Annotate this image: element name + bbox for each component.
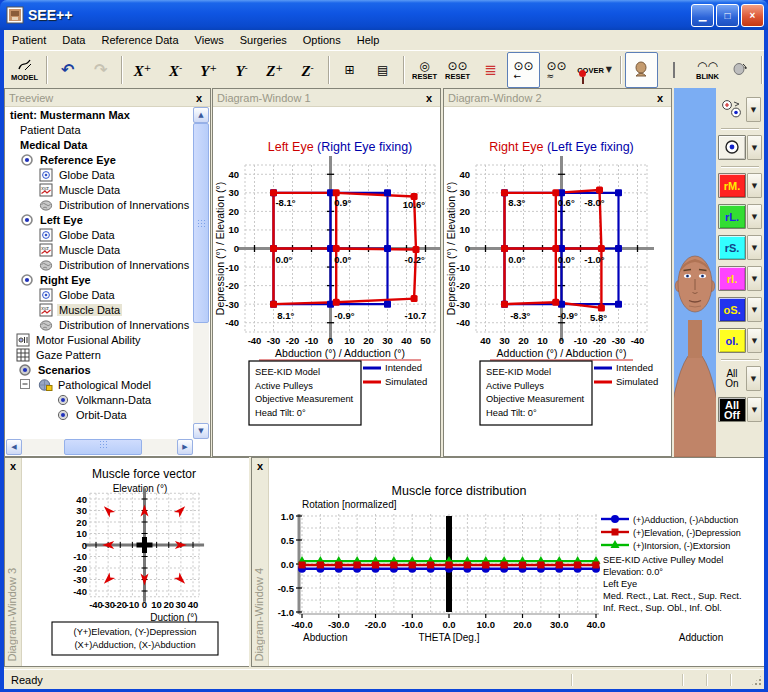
maximize-button[interactable]: □: [716, 4, 739, 27]
eye-target-dropdown-icon[interactable]: ▼: [747, 135, 762, 160]
tree-item-scenarios[interactable]: Scenarios: [6, 362, 193, 377]
tree-item-globe-data[interactable]: Globe Data: [6, 227, 193, 242]
transparency-button[interactable]: [658, 52, 691, 88]
tree-item-muscle-data[interactable]: xyzMuscle Data: [6, 242, 193, 257]
tree-item-muscle-data[interactable]: xyzMuscle Data: [6, 302, 193, 317]
reset-camera-button[interactable]: ◎RESET: [408, 52, 441, 88]
scroll-thumb[interactable]: [64, 439, 142, 455]
model-icon: [17, 58, 33, 73]
gaze-scheme-button[interactable]: [719, 98, 745, 121]
all-on-dropdown-icon[interactable]: ▼: [746, 366, 761, 391]
scroll-thumb[interactable]: [193, 123, 209, 323]
print-button[interactable]: ▤: [366, 52, 399, 88]
all-off-dropdown-icon[interactable]: ▼: [747, 397, 762, 422]
svg-text:Left Eye: Left Eye: [603, 579, 637, 589]
tree-item-pathological-model[interactable]: Pathological Model: [6, 377, 193, 392]
svg-text:-20: -20: [225, 280, 239, 291]
eye-target-button[interactable]: [718, 135, 746, 160]
minimize-button[interactable]: ▁: [691, 4, 714, 27]
diagram4-close-icon[interactable]: x: [253, 460, 267, 472]
diagram2-close-icon[interactable]: x: [653, 92, 667, 104]
tree-vertical-scrollbar[interactable]: ▲ ▼: [193, 107, 209, 439]
scroll-left-icon[interactable]: ◀: [6, 439, 22, 455]
diagram3-close-icon[interactable]: x: [6, 460, 20, 472]
eyes-sync-button[interactable]: ⊙⊙≈: [540, 52, 573, 88]
svg-text:-8.3°: -8.3°: [510, 310, 530, 321]
muscle-os-button[interactable]: oS.: [718, 297, 746, 322]
close-button[interactable]: ×: [741, 4, 764, 27]
tree-item-tient-mustermann-max[interactable]: tient: Mustermann Max: [6, 107, 193, 122]
muscle-ri-dropdown-icon[interactable]: ▼: [747, 266, 762, 291]
muscle-rs-dropdown-icon[interactable]: ▼: [747, 235, 762, 260]
tree-item-volkmann-data[interactable]: Volkmann-Data: [6, 392, 193, 407]
eyes-follow-button[interactable]: ⊙⊙←: [507, 52, 540, 88]
tree-item-left-eye[interactable]: Left Eye: [6, 212, 193, 227]
undo-button[interactable]: ↶: [51, 52, 84, 88]
muscle-rm-button[interactable]: rM.: [718, 173, 746, 198]
tree-item-gaze-pattern[interactable]: Gaze Pattern: [6, 347, 193, 362]
tree-item-motor-fusional-ability[interactable]: Motor Fusional Ability: [6, 332, 193, 347]
cover-test-dropdown-icon[interactable]: ▼: [606, 64, 612, 76]
menu-help[interactable]: Help: [349, 32, 388, 48]
rotate-y-plus-button[interactable]: Y+: [192, 52, 225, 88]
svg-text:10: 10: [228, 224, 239, 235]
menu-options[interactable]: Options: [295, 32, 349, 48]
cover-test-button[interactable]: COVER▼: [573, 52, 616, 88]
muscle-ri-button[interactable]: rI.: [718, 266, 746, 291]
tree-item-medical-data[interactable]: Medical Data: [6, 137, 193, 152]
tree-item-right-eye[interactable]: Right Eye: [6, 272, 193, 287]
panel-separator: [721, 359, 759, 360]
face-3d-view[interactable]: [674, 88, 716, 457]
menu-data[interactable]: Data: [54, 32, 93, 48]
svg-text:8.3°: 8.3°: [508, 197, 525, 208]
menu-patient[interactable]: Patient: [4, 32, 54, 48]
muscle-os-dropdown-icon[interactable]: ▼: [747, 297, 762, 322]
rotate-x-minus-button[interactable]: X-: [159, 52, 192, 88]
muscle-rs-button[interactable]: rS.: [718, 235, 746, 260]
model-button[interactable]: MODEL: [7, 52, 42, 88]
tree-item-distribution-of-innervations[interactable]: Distribution of Innervations: [6, 257, 193, 272]
scroll-up-icon[interactable]: ▲: [193, 107, 209, 123]
tree-item-distribution-of-innervations[interactable]: Distribution of Innervations: [6, 317, 193, 332]
new-diagram-window-button[interactable]: ⊞: [333, 52, 366, 88]
tree-horizontal-scrollbar[interactable]: ◀ ▶: [6, 439, 193, 455]
show-head-button[interactable]: [625, 52, 658, 88]
tree-item-orbit-data[interactable]: Orbit-Data: [6, 407, 193, 422]
svg-text:0: 0: [142, 599, 147, 610]
svg-text:20: 20: [76, 517, 87, 528]
diagram1-close-icon[interactable]: x: [422, 92, 436, 104]
all-off-button[interactable]: All Off: [718, 397, 746, 422]
all-on-button[interactable]: All On: [719, 367, 745, 390]
muscle-rl-button[interactable]: rL.: [718, 204, 746, 229]
tree-item-patient-data[interactable]: Patient Data: [6, 122, 193, 137]
scroll-right-icon[interactable]: ▶: [177, 439, 193, 455]
tree-item-distribution-of-innervations[interactable]: Distribution of Innervations: [6, 197, 193, 212]
gaze-scheme-dropdown-icon[interactable]: ▼: [746, 97, 761, 122]
rotate-x-plus-button[interactable]: X+: [126, 52, 159, 88]
head-rotate-button[interactable]: [724, 52, 757, 88]
blink-button[interactable]: ◠◠BLINK: [691, 52, 724, 88]
scroll-down-icon[interactable]: ▼: [193, 423, 209, 439]
tree-item-reference-eye[interactable]: Reference Eye: [6, 152, 193, 167]
tree-item-muscle-data[interactable]: xyzMuscle Data: [6, 182, 193, 197]
menu-views[interactable]: Views: [187, 32, 232, 48]
tree-item-globe-data[interactable]: Globe Data: [6, 167, 193, 182]
svg-text:-30: -30: [612, 335, 626, 346]
muscle-oi-dropdown-icon[interactable]: ▼: [747, 328, 762, 353]
rotate-y-minus-button[interactable]: Y-: [225, 52, 258, 88]
tree-expander-minus-icon[interactable]: [20, 378, 35, 392]
reset-eyes-button[interactable]: ⊙⊙RESET: [441, 52, 474, 88]
resize-grip[interactable]: [750, 674, 763, 687]
muscle-rl-dropdown-icon[interactable]: ▼: [747, 204, 762, 229]
redo-button[interactable]: ↷: [84, 52, 117, 88]
tree-item-globe-data[interactable]: Globe Data: [6, 287, 193, 302]
muscle-strings-button[interactable]: ≣: [474, 52, 507, 88]
toolbar-separator: [121, 56, 122, 84]
menu-reference-data[interactable]: Reference Data: [94, 32, 187, 48]
muscle-oi-button[interactable]: oI.: [718, 328, 746, 353]
rotate-z-plus-button[interactable]: Z+: [258, 52, 291, 88]
menu-surgeries[interactable]: Surgeries: [232, 32, 295, 48]
muscle-rm-dropdown-icon[interactable]: ▼: [747, 173, 762, 198]
rotate-z-minus-button[interactable]: Z-: [291, 52, 324, 88]
treeview-close-icon[interactable]: x: [192, 92, 206, 104]
